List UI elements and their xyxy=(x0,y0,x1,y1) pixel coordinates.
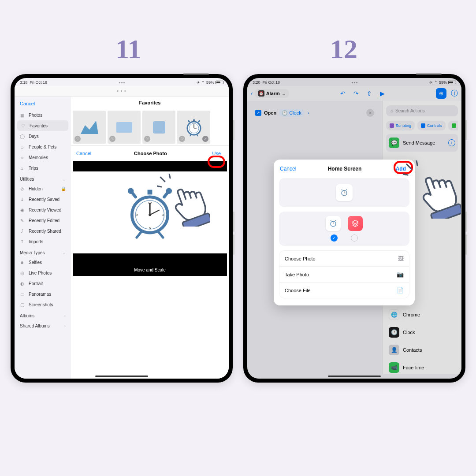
chevron-right-icon: › xyxy=(64,313,66,318)
panorama-icon: ▭ xyxy=(19,291,25,297)
radio-unselected[interactable] xyxy=(351,234,358,242)
memories-icon: ⌾ xyxy=(19,154,25,160)
sidebar-item-viewed[interactable]: ◉Recently Viewed xyxy=(15,205,71,215)
people-icon: ☺ xyxy=(19,144,25,150)
content-title: Favorites xyxy=(71,97,229,109)
sidebar-item-photos[interactable]: ▦Photos xyxy=(15,110,71,120)
camera-icon: 📷 xyxy=(397,271,404,278)
photo-thumb[interactable]: ♡ xyxy=(108,111,141,144)
sidebar-item-edited[interactable]: ✎Recently Edited xyxy=(15,215,71,226)
step-number-12: 12 xyxy=(330,33,357,65)
click-indicator-icon xyxy=(157,174,210,227)
svg-rect-2 xyxy=(193,119,195,121)
choose-file-action[interactable]: Choose File📄 xyxy=(279,283,409,298)
photo-thumb[interactable]: ♡ xyxy=(73,111,106,144)
chevron-down-icon: ⌄ xyxy=(62,177,66,182)
ipad-device-12: 3:20 Fri Oct 18 ✈⌃59% ‹ ⏰Alarm⌄ ↶ ↷ ⇧ ▶ … xyxy=(243,74,465,383)
svg-point-11 xyxy=(128,188,134,194)
alarm-clock-icon xyxy=(183,117,205,138)
modal-cancel-button[interactable]: Cancel xyxy=(280,166,296,172)
edited-icon: ✎ xyxy=(19,217,25,223)
sidebar-item-favorites[interactable]: ♡Favorites xyxy=(17,120,68,131)
calendar-icon: ◯ xyxy=(19,133,25,139)
svg-text:9: 9 xyxy=(136,213,138,217)
svg-line-24 xyxy=(157,186,161,187)
trips-icon: ⌂ xyxy=(19,165,25,171)
svg-point-20 xyxy=(331,221,336,227)
live-icon: ◎ xyxy=(19,270,25,276)
photo-icon: 🖼 xyxy=(398,255,404,262)
click-indicator-icon xyxy=(403,160,461,219)
home-screen-modal: Cancel Home Screen Add ✓ xyxy=(274,160,415,305)
photos-icon: ▦ xyxy=(19,112,25,118)
choose-cancel-button[interactable]: Cancel xyxy=(76,151,91,156)
file-icon: 📄 xyxy=(397,287,404,294)
heart-icon: ♡ xyxy=(20,123,26,129)
sidebar-item-people[interactable]: ☺People & Pets xyxy=(15,141,71,152)
take-photo-action[interactable]: Take Photo📷 xyxy=(279,267,409,283)
sidebar-item-trips[interactable]: ⌂Trips xyxy=(15,163,71,173)
modal-title: Home Screen xyxy=(328,166,362,172)
svg-line-26 xyxy=(407,164,412,169)
icon-preview-panel xyxy=(279,178,409,207)
sidebar-item-livephotos[interactable]: ◎Live Photos xyxy=(15,268,71,278)
hidden-icon: ⊘ xyxy=(19,186,25,192)
home-indicator[interactable] xyxy=(95,376,148,377)
sidebar-item-days[interactable]: ◯Days xyxy=(15,131,71,141)
choose-photo-action[interactable]: Choose Photo🖼 xyxy=(279,251,409,267)
selfies-icon: ☻ xyxy=(19,259,25,265)
viewed-icon: ◉ xyxy=(19,207,25,213)
ipad-device-11: 3:18 Fri Oct 18 ✈⌃59% • • • Cancel ▦Phot… xyxy=(11,74,233,383)
highlight-ring xyxy=(208,156,225,168)
photo-thumb[interactable]: ♡✓ xyxy=(177,111,210,144)
cancel-button[interactable]: Cancel xyxy=(15,99,71,110)
sidebar-item-imports[interactable]: ⤒Imports xyxy=(15,236,71,247)
sidebar-item-shared[interactable]: ⤴Recently Shared xyxy=(15,226,71,236)
sidebar-item-panoramas[interactable]: ▭Panoramas xyxy=(15,289,71,299)
sidebar-item-screenshots[interactable]: ▢Screenshots xyxy=(15,299,71,310)
imports-icon: ⤒ xyxy=(19,238,25,245)
photo-thumb[interactable]: ♡ xyxy=(142,111,175,144)
svg-rect-13 xyxy=(148,190,152,195)
sidebar-item-hidden[interactable]: ⊘Hidden🔒 xyxy=(15,183,71,194)
sidebar-item-saved[interactable]: ⤓Recently Saved xyxy=(15,194,71,205)
sidebar-item-memories[interactable]: ⌾Memories xyxy=(15,152,71,163)
step-number-11: 11 xyxy=(115,33,141,65)
portrait-icon: ◐ xyxy=(19,280,25,286)
home-indicator[interactable] xyxy=(328,376,381,377)
check-icon: ✓ xyxy=(202,136,208,142)
svg-point-16 xyxy=(149,214,151,216)
icon-option-shortcut[interactable] xyxy=(348,216,363,231)
svg-line-23 xyxy=(169,174,170,178)
sidebar-item-portrait[interactable]: ◐Portrait xyxy=(15,278,71,289)
svg-text:6: 6 xyxy=(149,226,151,230)
svg-line-27 xyxy=(416,160,417,165)
sidebar-albums[interactable]: Albums› xyxy=(15,310,71,320)
choose-title: Choose Photo xyxy=(134,151,167,156)
status-bar: 3:18 Fri Oct 18 ✈⌃59% xyxy=(15,78,229,86)
radio-selected[interactable]: ✓ xyxy=(331,234,338,242)
sidebar-item-selfies[interactable]: ☻Selfies xyxy=(15,257,71,268)
screenshot-icon: ▢ xyxy=(19,301,25,308)
saved-icon: ⤓ xyxy=(19,196,25,202)
lock-icon: 🔒 xyxy=(60,186,67,192)
sidebar-shared-albums[interactable]: Shared Albums› xyxy=(15,320,71,330)
svg-line-22 xyxy=(160,177,165,182)
photos-sidebar: Cancel ▦Photos ♡Favorites ◯Days ☺People … xyxy=(15,97,71,379)
svg-line-28 xyxy=(403,174,408,175)
shared-icon: ⤴ xyxy=(19,228,25,234)
icon-option-photo[interactable] xyxy=(326,216,341,231)
move-scale-label: Move and Scale xyxy=(73,264,227,276)
alarm-clock-icon xyxy=(339,188,349,197)
heart-icon: ♡ xyxy=(74,136,81,142)
